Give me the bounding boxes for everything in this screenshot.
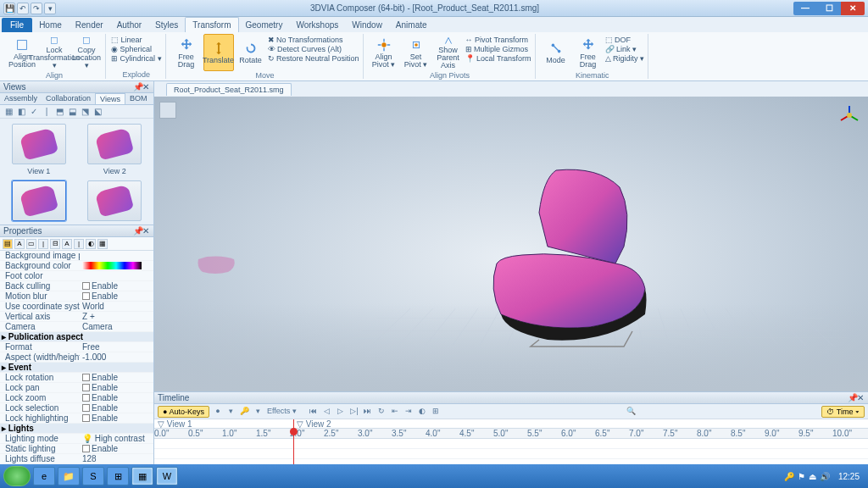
tl-icon[interactable]: ⊞ — [431, 407, 441, 417]
taskbar-word-icon[interactable]: W — [156, 467, 178, 485]
ribbon-small-item[interactable]: ↔ Pivot Transform — [465, 36, 531, 44]
ptb-icon[interactable]: A — [62, 239, 72, 249]
ribbon-tab-author[interactable]: Author — [110, 18, 148, 32]
free-drag-button[interactable]: Free Drag — [171, 34, 202, 71]
tb-icon[interactable]: ⬕ — [92, 107, 103, 117]
timeline-ruler[interactable]: 0.0"0.5"1.0"1.5"2.0"2.5"3.0"3.5"4.0"4.5"… — [154, 429, 868, 439]
tl-next-icon[interactable]: ▷| — [349, 407, 359, 417]
taskbar-composer-icon[interactable]: ▦ — [131, 467, 153, 485]
time-button[interactable]: ⏱ Time ▾ — [821, 406, 865, 418]
property-row[interactable]: Back culling Enable — [0, 281, 153, 291]
close-panel-icon[interactable]: ✕ — [142, 226, 150, 236]
tl-icon[interactable]: 🔑 — [240, 407, 250, 417]
property-row[interactable]: Background color — [0, 261, 153, 271]
ribbon-tab-workshops[interactable]: Workshops — [289, 18, 345, 32]
subtab-views[interactable]: Views — [95, 93, 125, 104]
axis-gizmo-icon[interactable] — [837, 103, 861, 127]
seat-model[interactable] — [454, 162, 666, 348]
property-row[interactable]: Lights diffuse128 — [0, 454, 153, 464]
tl-loop-icon[interactable]: ↻ — [376, 407, 387, 417]
file-tab[interactable]: File — [2, 18, 32, 32]
property-row[interactable]: Static lighting Enable — [0, 444, 153, 454]
tray-icon[interactable]: 🔑 — [784, 472, 794, 481]
property-row[interactable]: FormatFree — [0, 342, 153, 352]
align-button[interactable]: Copy Location ▾ — [71, 34, 102, 71]
pin-icon[interactable]: 📌 — [133, 226, 142, 236]
timeline-row[interactable] — [154, 449, 868, 459]
property-row[interactable]: Lock highlighting Enable — [0, 413, 153, 424]
view-thumbnail[interactable]: View 3 — [5, 180, 73, 225]
close-button[interactable]: ✕ — [841, 2, 865, 15]
property-category[interactable]: ▸ Event — [0, 363, 153, 373]
tl-last-icon[interactable]: ⏭ — [363, 407, 373, 417]
ptb-icon[interactable]: ◐ — [86, 239, 96, 249]
tl-icon[interactable]: ⇥ — [403, 407, 414, 417]
ribbon-small-item[interactable]: ↻ Restore Neutral Position — [268, 54, 359, 63]
property-row[interactable]: Motion blur Enable — [0, 291, 153, 302]
ribbon-tab-animate[interactable]: Animate — [389, 18, 434, 32]
tl-settings-icon[interactable]: 🔍 — [626, 407, 637, 417]
tl-icon[interactable]: ▾ — [226, 407, 236, 417]
show-parent-axis-button[interactable]: Show Parent Axis — [433, 34, 464, 71]
tl-icon[interactable]: ● — [213, 407, 223, 417]
kinematic-mode-button[interactable]: Mode — [541, 34, 571, 71]
tray-icon[interactable]: ⚑ — [798, 472, 805, 481]
ptb-icon[interactable]: A — [14, 239, 25, 249]
ribbon-small-item[interactable]: ✖ No Transformations — [268, 36, 359, 44]
tl-icon[interactable]: ◐ — [417, 407, 427, 417]
ptb-icon[interactable]: ▭ — [26, 239, 36, 249]
translate-button[interactable]: Translate — [203, 34, 234, 71]
tb-icon[interactable]: ⬒ — [54, 107, 64, 117]
tb-icon[interactable]: ⬔ — [80, 107, 90, 117]
ribbon-tab-geometry[interactable]: Geometry — [239, 18, 290, 32]
tl-prev-icon[interactable]: ◁ — [322, 407, 332, 417]
qat-save-icon[interactable]: 💾 — [3, 3, 15, 14]
align-pivot-button[interactable]: Align Pivot ▾ — [369, 34, 399, 71]
ribbon-small-item[interactable]: ⬚ DOF — [605, 36, 645, 44]
ribbon-tab-styles[interactable]: Styles — [148, 18, 185, 32]
3d-viewport[interactable] — [154, 97, 868, 391]
track-label[interactable]: ▽ View 2 — [293, 419, 432, 428]
qat-redo-icon[interactable]: ↷ — [31, 3, 42, 14]
ribbon-small-item[interactable]: △ Rigidity ▾ — [605, 54, 645, 63]
ptb-icon[interactable]: ▤ — [3, 239, 13, 249]
track-label[interactable]: ▽ View 1 — [154, 419, 293, 428]
taskbar-ie-icon[interactable]: e — [33, 467, 55, 485]
tray-icon[interactable]: ⏏ — [809, 472, 816, 481]
pin-icon[interactable]: 📌 — [133, 82, 142, 92]
subtab-collaboration[interactable]: Collaboration — [42, 93, 95, 104]
playhead[interactable] — [293, 419, 294, 464]
ribbon-small-item[interactable]: 📍 Local Transform — [465, 54, 531, 63]
ribbon-small-item[interactable]: ⬚ Linear — [111, 36, 162, 44]
tl-icon[interactable]: ⇤ — [390, 407, 400, 417]
taskbar-app-icon[interactable]: ⊞ — [107, 467, 129, 485]
tb-icon[interactable]: ▦ — [3, 107, 14, 117]
tray-icon[interactable]: 🔊 — [820, 472, 830, 481]
effects-dropdown[interactable]: Effects ▾ — [267, 407, 297, 417]
property-row[interactable]: Vertical axisZ + — [0, 312, 153, 322]
property-row[interactable]: CameraCamera — [0, 322, 153, 332]
kinematic-freedrag-button[interactable]: Free Drag — [573, 34, 604, 71]
taskbar-skype-icon[interactable]: S — [82, 467, 104, 485]
ribbon-small-item[interactable]: ◉ Spherical — [111, 45, 162, 53]
align-button[interactable]: Lock Transformation ▾ — [39, 34, 70, 71]
property-row[interactable]: Lock selection Enable — [0, 403, 153, 413]
minimize-button[interactable]: — — [793, 2, 817, 15]
clock[interactable]: 12:25 — [833, 472, 865, 481]
ribbon-tab-window[interactable]: Window — [345, 18, 389, 32]
pin-icon[interactable]: 📌 — [848, 393, 856, 402]
view-thumbnail[interactable]: View 4 — [81, 180, 149, 225]
tl-first-icon[interactable]: ⏮ — [309, 407, 319, 417]
ptb-icon[interactable]: ⊟ — [50, 239, 60, 249]
viewport-tool-icon[interactable] — [159, 102, 176, 119]
maximize-button[interactable]: ☐ — [817, 2, 841, 15]
ribbon-tab-transform[interactable]: Transform — [185, 17, 238, 32]
rotate-button[interactable]: Rotate — [236, 34, 266, 71]
subtab-bom[interactable]: BOM — [125, 93, 152, 104]
property-row[interactable]: Lock rotation Enable — [0, 373, 153, 383]
close-panel-icon[interactable]: ✕ — [856, 393, 865, 402]
subtab-assembly[interactable]: Assembly — [0, 93, 42, 104]
ribbon-tab-render[interactable]: Render — [69, 18, 110, 32]
property-category[interactable]: ▸ Publication aspect — [0, 332, 153, 342]
property-row[interactable]: Use coordinate systemWorld — [0, 302, 153, 312]
